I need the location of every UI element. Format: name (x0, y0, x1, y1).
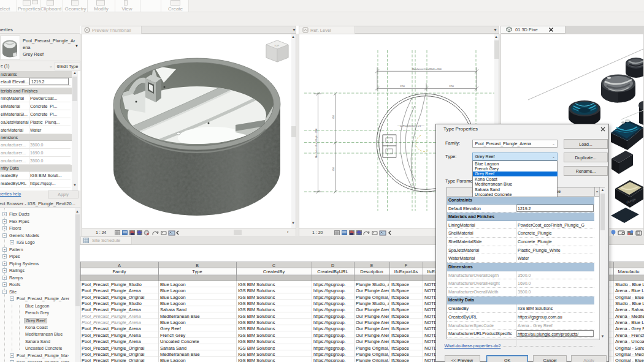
svg-text:1750: 1750 (449, 85, 454, 88)
svg-text:ManufacturerOverallWidth = 350: ManufacturerOverallWidth = 3500 (412, 68, 442, 70)
svg-text:TOP: TOP (274, 44, 279, 47)
svg-text:LgtProezCntLecn = 0: LgtProezCntLecn = 0 (400, 125, 421, 127)
svg-text:1750: 1750 (400, 85, 405, 88)
svg-text:ManufacturerOverallDepth = 350: ManufacturerOverallDepth = 3500 (315, 129, 318, 158)
svg-text:850: 850 (332, 167, 335, 171)
svg-text:850: 850 (332, 115, 335, 119)
